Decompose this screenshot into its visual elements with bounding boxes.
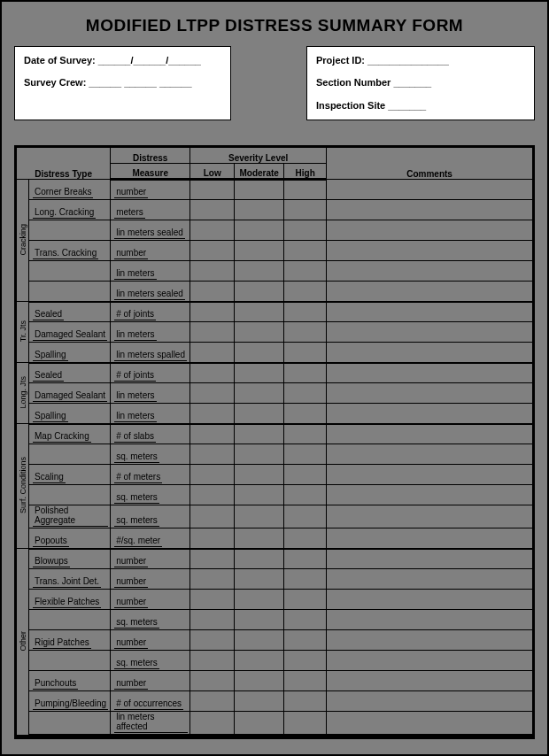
moderate-cell[interactable]: [235, 712, 284, 736]
comments-cell[interactable]: [327, 343, 533, 363]
high-cell[interactable]: [284, 200, 327, 220]
moderate-cell[interactable]: [235, 651, 284, 671]
moderate-cell[interactable]: [235, 363, 284, 383]
low-cell[interactable]: [190, 528, 235, 549]
moderate-cell[interactable]: [235, 383, 284, 404]
high-cell[interactable]: [284, 549, 327, 569]
comments-cell[interactable]: [327, 220, 533, 241]
high-cell[interactable]: [284, 712, 327, 736]
comments-cell[interactable]: [327, 569, 533, 590]
high-cell[interactable]: [284, 505, 327, 528]
moderate-cell[interactable]: [235, 180, 284, 200]
moderate-cell[interactable]: [235, 343, 284, 363]
low-cell[interactable]: [190, 383, 235, 404]
comments-cell[interactable]: [327, 528, 533, 549]
moderate-cell[interactable]: [235, 671, 284, 691]
comments-cell[interactable]: [327, 282, 533, 302]
comments-cell[interactable]: [327, 610, 533, 630]
low-cell[interactable]: [190, 302, 235, 322]
comments-cell[interactable]: [327, 630, 533, 651]
moderate-cell[interactable]: [235, 465, 284, 485]
low-cell[interactable]: [190, 282, 235, 302]
moderate-cell[interactable]: [235, 630, 284, 651]
low-cell[interactable]: [190, 569, 235, 590]
moderate-cell[interactable]: [235, 485, 284, 505]
section-number-field[interactable]: Section Number _______: [316, 76, 525, 89]
moderate-cell[interactable]: [235, 261, 284, 282]
comments-cell[interactable]: [327, 712, 533, 736]
high-cell[interactable]: [284, 383, 327, 404]
moderate-cell[interactable]: [235, 322, 284, 343]
moderate-cell[interactable]: [235, 241, 284, 261]
low-cell[interactable]: [190, 220, 235, 241]
moderate-cell[interactable]: [235, 528, 284, 549]
low-cell[interactable]: [190, 505, 235, 528]
high-cell[interactable]: [284, 465, 327, 485]
comments-cell[interactable]: [327, 302, 533, 322]
comments-cell[interactable]: [327, 261, 533, 282]
low-cell[interactable]: [190, 404, 235, 424]
high-cell[interactable]: [284, 651, 327, 671]
low-cell[interactable]: [190, 180, 235, 200]
comments-cell[interactable]: [327, 651, 533, 671]
high-cell[interactable]: [284, 528, 327, 549]
moderate-cell[interactable]: [235, 590, 284, 610]
low-cell[interactable]: [190, 671, 235, 691]
low-cell[interactable]: [190, 651, 235, 671]
low-cell[interactable]: [190, 691, 235, 712]
high-cell[interactable]: [284, 610, 327, 630]
high-cell[interactable]: [284, 322, 327, 343]
high-cell[interactable]: [284, 691, 327, 712]
high-cell[interactable]: [284, 485, 327, 505]
low-cell[interactable]: [190, 610, 235, 630]
high-cell[interactable]: [284, 220, 327, 241]
high-cell[interactable]: [284, 180, 327, 200]
moderate-cell[interactable]: [235, 220, 284, 241]
comments-cell[interactable]: [327, 505, 533, 528]
moderate-cell[interactable]: [235, 424, 284, 444]
low-cell[interactable]: [190, 444, 235, 465]
comments-cell[interactable]: [327, 444, 533, 465]
comments-cell[interactable]: [327, 465, 533, 485]
comments-cell[interactable]: [327, 180, 533, 200]
low-cell[interactable]: [190, 261, 235, 282]
low-cell[interactable]: [190, 712, 235, 736]
moderate-cell[interactable]: [235, 610, 284, 630]
comments-cell[interactable]: [327, 322, 533, 343]
high-cell[interactable]: [284, 569, 327, 590]
low-cell[interactable]: [190, 549, 235, 569]
high-cell[interactable]: [284, 241, 327, 261]
high-cell[interactable]: [284, 404, 327, 424]
high-cell[interactable]: [284, 261, 327, 282]
comments-cell[interactable]: [327, 241, 533, 261]
moderate-cell[interactable]: [235, 691, 284, 712]
moderate-cell[interactable]: [235, 302, 284, 322]
comments-cell[interactable]: [327, 363, 533, 383]
low-cell[interactable]: [190, 630, 235, 651]
comments-cell[interactable]: [327, 200, 533, 220]
comments-cell[interactable]: [327, 424, 533, 444]
high-cell[interactable]: [284, 590, 327, 610]
low-cell[interactable]: [190, 343, 235, 363]
project-id-field[interactable]: Project ID: _______________: [316, 54, 525, 67]
moderate-cell[interactable]: [235, 569, 284, 590]
high-cell[interactable]: [284, 671, 327, 691]
low-cell[interactable]: [190, 322, 235, 343]
moderate-cell[interactable]: [235, 444, 284, 465]
low-cell[interactable]: [190, 590, 235, 610]
moderate-cell[interactable]: [235, 505, 284, 528]
low-cell[interactable]: [190, 241, 235, 261]
comments-cell[interactable]: [327, 549, 533, 569]
high-cell[interactable]: [284, 302, 327, 322]
comments-cell[interactable]: [327, 691, 533, 712]
survey-crew-field[interactable]: Survey Crew: ______ ______ ______: [24, 76, 221, 89]
moderate-cell[interactable]: [235, 200, 284, 220]
comments-cell[interactable]: [327, 590, 533, 610]
date-of-survey-field[interactable]: Date of Survey: ______/______/______: [24, 54, 221, 67]
low-cell[interactable]: [190, 424, 235, 444]
moderate-cell[interactable]: [235, 404, 284, 424]
comments-cell[interactable]: [327, 383, 533, 404]
low-cell[interactable]: [190, 363, 235, 383]
high-cell[interactable]: [284, 444, 327, 465]
inspection-site-field[interactable]: Inspection Site _______: [316, 99, 525, 112]
